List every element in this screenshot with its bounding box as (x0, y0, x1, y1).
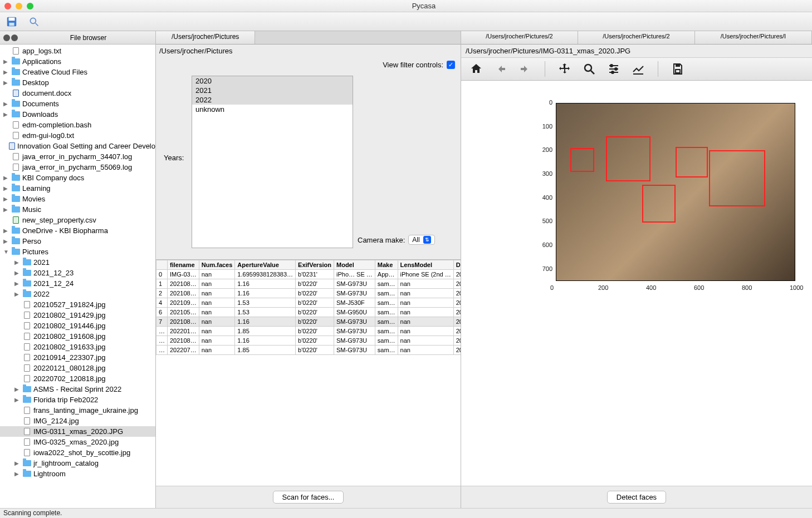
tree-item[interactable]: frans_lanting_image_ukraine.jpg (0, 405, 155, 416)
year-option[interactable]: 2021 (192, 86, 353, 95)
tree-item[interactable]: ▶Lightroom (0, 468, 155, 479)
years-listbox[interactable]: 202020212022unknown (192, 76, 353, 248)
tree-item[interactable]: ▶Movies (0, 194, 155, 204)
chart-icon[interactable] (631, 62, 645, 76)
scan-faces-button[interactable]: Scan for faces... (273, 491, 344, 504)
tree-item[interactable]: IMG_2124.jpg (0, 416, 155, 426)
tree-item[interactable]: ▶2021_12_23 (0, 268, 155, 278)
image-tab[interactable]: /Users/jrocher/Pictures/2 (461, 31, 578, 44)
column-header[interactable]: Make (375, 260, 398, 270)
table-row[interactable]: …202201…nan1.85b'0220'SM-G973Usam…nan202… (156, 327, 461, 336)
tree-item[interactable]: ▶Documents (0, 98, 155, 109)
search-icon[interactable] (28, 16, 40, 28)
metadata-table-wrap[interactable]: filenameNum.facesApertureValueExifVersio… (156, 259, 461, 486)
tree-item[interactable]: 20210802_191446.jpg (0, 320, 155, 331)
minimize-window-button[interactable] (16, 3, 22, 9)
tree-item[interactable]: ▶Downloads (0, 109, 155, 120)
file-tree[interactable]: app_logs.txt▶Applications▶Creative Cloud… (0, 45, 155, 508)
table-row[interactable]: …202207…nan1.85b'0220'SM-G973Usam…nan202… (156, 346, 461, 355)
tree-item[interactable]: IMG-0325_xmas_2020.jpg (0, 437, 155, 447)
folder-tab[interactable]: /Users/jrocher/Pictures (156, 31, 255, 44)
move-icon[interactable] (557, 62, 572, 76)
tree-item[interactable]: ▶2021 (0, 257, 155, 268)
table-cell: nan (199, 270, 235, 279)
folder-icon (11, 227, 20, 235)
tree-item[interactable]: IMG-0311_xmas_2020.JPG (0, 426, 155, 437)
metadata-table[interactable]: filenameNum.facesApertureValueExifVersio… (156, 260, 461, 355)
tree-item[interactable]: ▶Learning (0, 183, 155, 194)
face-detection-box (676, 147, 708, 177)
detect-faces-button[interactable]: Detect faces (607, 491, 666, 504)
tree-item[interactable]: ▶2022 (0, 289, 155, 299)
tree-item[interactable]: ▶Creative Cloud Files (0, 67, 155, 77)
column-header[interactable]: ApertureValue (235, 260, 296, 270)
zoom-window-button[interactable] (27, 3, 33, 9)
tree-item[interactable]: 20210802_191429.jpg (0, 310, 155, 320)
column-header[interactable]: filename (168, 260, 199, 270)
table-row[interactable]: 1202108…nan1.16b'0220'SM-G973Usam…nan202… (156, 279, 461, 289)
tree-item[interactable]: new_step_property.csv (0, 215, 155, 225)
table-row[interactable]: 2202108…nan1.16b'0220'SM-G973Usam…nan202… (156, 289, 461, 298)
tree-item[interactable]: java_error_in_pycharm_55069.log (0, 162, 155, 172)
tree-item[interactable]: edm-gui-log0.txt (0, 130, 155, 141)
column-header[interactable]: Num.faces (199, 260, 235, 270)
tree-item[interactable]: Innovation Goal Setting and Career Devel… (0, 141, 155, 151)
svg-point-5 (585, 65, 591, 71)
table-cell: 1.53 (235, 298, 296, 308)
image-plot-area[interactable]: 010020030040050060070002004006008001000 (461, 81, 812, 486)
sliders-icon[interactable] (606, 62, 621, 76)
image-tab[interactable]: /Users/jrocher/Pictures/2 (578, 31, 695, 44)
tree-item[interactable]: 20210802_191633.jpg (0, 342, 155, 352)
column-header[interactable]: DateTime (453, 260, 461, 270)
panel-close-icon[interactable] (3, 34, 10, 41)
tree-item[interactable]: ▶OneDrive - KBI Biopharma (0, 225, 155, 236)
tree-item[interactable]: java_error_in_pycharm_34407.log (0, 151, 155, 162)
tree-item[interactable]: 20220702_120818.jpg (0, 373, 155, 384)
tree-item[interactable]: document.docx (0, 88, 155, 98)
tree-item[interactable]: ▶ASMS - Recital Sprint 2022 (0, 384, 155, 394)
save-image-icon[interactable] (671, 62, 685, 76)
tree-item[interactable]: ▼Pictures (0, 246, 155, 257)
tree-item[interactable]: ▶2021_12_24 (0, 278, 155, 289)
table-row[interactable]: 0IMG-03…nan1.6959938128383…b'0231'iPho… … (156, 270, 461, 279)
tree-item[interactable]: ▶Applications (0, 56, 155, 67)
year-option[interactable]: unknown (192, 105, 353, 114)
tree-item[interactable]: 20220121_080128.jpg (0, 363, 155, 373)
tree-item[interactable]: ▶Music (0, 204, 155, 215)
tree-item[interactable]: edm-completion.bash (0, 120, 155, 130)
tree-item[interactable]: ▶Desktop (0, 77, 155, 88)
tree-item[interactable]: iowa2022_shot_by_scottie.jpg (0, 447, 155, 458)
table-row[interactable]: …202108…nan1.16b'0220'SM-G973Usam…nan202… (156, 336, 461, 346)
panel-menu-icon[interactable] (11, 34, 18, 41)
tree-item[interactable]: 20210802_191608.jpg (0, 331, 155, 342)
tree-item[interactable]: ▶jr_lightroom_catalog (0, 458, 155, 468)
image-tab[interactable]: /Users/jrocher/Pictures/I (695, 31, 812, 44)
tree-item[interactable]: ▶KBI Company docs (0, 172, 155, 183)
tree-item-label: jr_lightroom_catalog (33, 459, 99, 467)
file-icon (22, 354, 31, 362)
home-icon[interactable] (469, 62, 483, 76)
zoom-icon[interactable] (582, 62, 596, 76)
forward-icon[interactable] (518, 62, 532, 76)
close-window-button[interactable] (4, 3, 11, 9)
column-header[interactable]: Model (334, 260, 375, 270)
table-row[interactable]: 6202105…nan1.53b'0220'SM-G950Usam…nan202… (156, 308, 461, 317)
table-row[interactable]: 4202109…nan1.53b'0220'SM-J530Fsam…nan202… (156, 298, 461, 308)
back-icon[interactable] (493, 62, 508, 76)
table-row[interactable]: 7202108…nan1.16b'0220'SM-G973Usam…nan202… (156, 317, 461, 327)
filter-controls-checkbox[interactable]: ✓ (447, 61, 455, 69)
chevron-icon: ▶ (3, 206, 9, 213)
tree-item[interactable]: 20210914_223307.jpg (0, 352, 155, 363)
year-option[interactable]: 2022 (192, 95, 353, 105)
year-option[interactable]: 2020 (192, 76, 353, 86)
tree-item[interactable]: app_logs.txt (0, 46, 155, 56)
tree-item[interactable]: ▶Florida trip Feb2022 (0, 394, 155, 405)
column-header[interactable]: LensModel (398, 260, 453, 270)
tree-item[interactable]: 20210527_191824.jpg (0, 299, 155, 310)
column-header[interactable]: ExifVersion (296, 260, 334, 270)
tree-item[interactable]: ▶Perso (0, 236, 155, 246)
file-browser-tab[interactable]: File browser (21, 34, 155, 42)
camera-make-select[interactable]: All ⇅ (408, 235, 434, 245)
column-header[interactable] (156, 260, 168, 270)
save-icon[interactable] (6, 16, 18, 28)
